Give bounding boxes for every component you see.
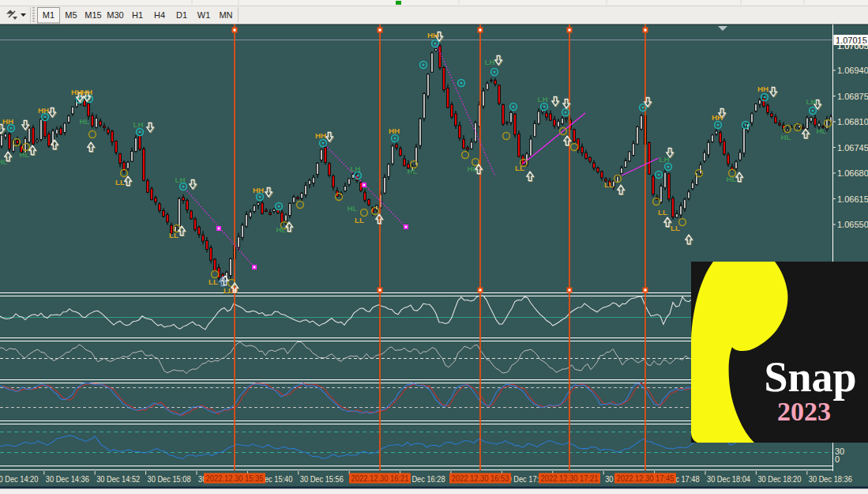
- svg-text:30 Dec 14:20: 30 Dec 14:20: [0, 474, 38, 484]
- svg-text:HH: HH: [253, 186, 264, 194]
- svg-text:H1: H1: [132, 10, 143, 20]
- svg-text:30 Dec 18:36: 30 Dec 18:36: [809, 474, 852, 484]
- svg-text:LH: LH: [175, 175, 185, 184]
- svg-text:1.06810: 1.06810: [837, 117, 868, 126]
- svg-text:LL: LL: [209, 277, 218, 286]
- svg-text:1.06680: 1.06680: [837, 168, 868, 178]
- svg-text:2022.12.30 16:21: 2022.12.30 16:21: [351, 474, 409, 483]
- svg-text:1.07005: 1.07005: [837, 41, 868, 51]
- svg-text:LH: LH: [350, 164, 360, 173]
- svg-text:30 Dec 18:20: 30 Dec 18:20: [757, 474, 801, 484]
- svg-text:1.06875: 1.06875: [837, 92, 868, 101]
- svg-text:M5: M5: [65, 10, 77, 20]
- svg-text:LL: LL: [169, 231, 178, 239]
- svg-text:HH: HH: [389, 126, 400, 135]
- svg-text:M30: M30: [107, 10, 123, 20]
- svg-text:LL: LL: [671, 224, 680, 232]
- svg-text:2022.12.30 15:35: 2022.12.30 15:35: [206, 474, 264, 483]
- svg-text:D1: D1: [176, 10, 187, 20]
- svg-text:LL: LL: [658, 208, 667, 217]
- svg-text:2022.12.30 17:21: 2022.12.30 17:21: [541, 474, 599, 483]
- svg-text:HH: HH: [712, 113, 723, 122]
- svg-text:LL: LL: [355, 216, 364, 224]
- svg-text:30 Dec 15:08: 30 Dec 15:08: [148, 474, 191, 484]
- svg-text:LL: LL: [115, 178, 125, 187]
- svg-text:LH: LH: [659, 155, 669, 164]
- svg-text:LL: LL: [224, 286, 233, 295]
- svg-text:1.06615: 1.06615: [837, 194, 868, 204]
- svg-text:LL: LL: [604, 180, 614, 189]
- svg-text:30 Dec 18:04: 30 Dec 18:04: [707, 474, 750, 484]
- svg-text:HH: HH: [427, 31, 438, 40]
- svg-text:1.06550: 1.06550: [837, 220, 868, 229]
- svg-text:HH: HH: [2, 117, 13, 126]
- svg-text:1.06940: 1.06940: [837, 66, 868, 75]
- svg-text:2023: 2023: [777, 397, 831, 426]
- svg-text:W1: W1: [197, 10, 211, 20]
- svg-text:HL: HL: [467, 164, 477, 173]
- svg-text:H4: H4: [154, 10, 165, 20]
- svg-text:M1: M1: [43, 10, 54, 20]
- svg-text:HH: HH: [315, 131, 326, 140]
- svg-text:HH: HH: [38, 106, 49, 115]
- svg-text:HL: HL: [347, 204, 357, 213]
- svg-text:HL: HL: [276, 225, 286, 234]
- svg-text:2022.12.30 17:45: 2022.12.30 17:45: [617, 474, 674, 483]
- svg-text:HL: HL: [816, 126, 826, 135]
- svg-text:Snap: Snap: [764, 353, 856, 401]
- svg-text:2022.12.30 16:53: 2022.12.30 16:53: [452, 474, 509, 483]
- svg-text:LH: LH: [133, 120, 143, 129]
- svg-text:HH: HH: [81, 88, 92, 96]
- svg-text:0: 0: [835, 454, 840, 464]
- svg-text:LH: LH: [806, 97, 816, 106]
- svg-text:MN: MN: [219, 10, 232, 20]
- svg-text:M15: M15: [85, 10, 101, 20]
- svg-text:HL: HL: [19, 150, 29, 159]
- svg-text:30 Dec 14:52: 30 Dec 14:52: [96, 474, 140, 484]
- svg-text:HL: HL: [726, 175, 736, 183]
- svg-text:30 Dec 14:36: 30 Dec 14:36: [46, 474, 89, 484]
- svg-text:HH: HH: [757, 85, 768, 93]
- svg-text:LH: LH: [484, 58, 494, 66]
- svg-text:LL: LL: [515, 164, 524, 172]
- svg-text:HL: HL: [79, 117, 89, 126]
- svg-text:HL: HL: [780, 133, 791, 141]
- svg-text:HL: HL: [407, 167, 417, 175]
- svg-text:HL: HL: [0, 157, 8, 166]
- svg-text:LH: LH: [537, 95, 547, 104]
- svg-text:1.06745: 1.06745: [837, 143, 868, 153]
- svg-text:30 Dec 15:56: 30 Dec 15:56: [300, 474, 344, 484]
